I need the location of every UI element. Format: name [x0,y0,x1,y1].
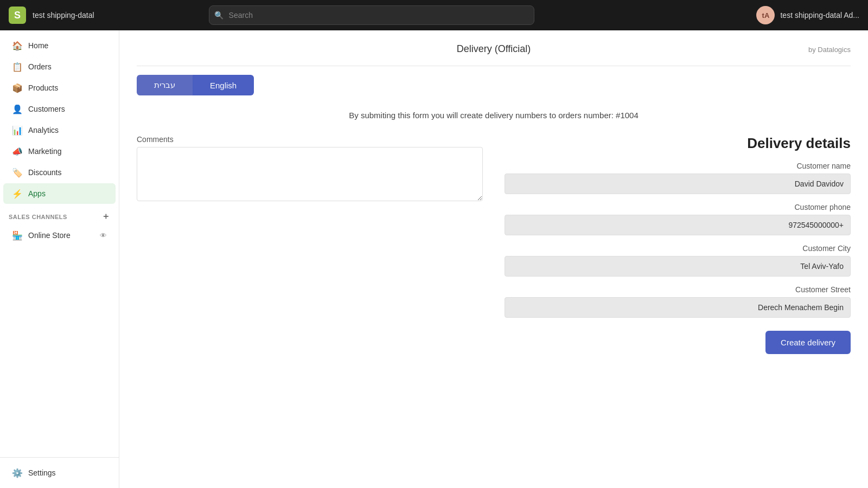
app-by: by Datalogics [808,46,851,54]
settings-icon: ⚙️ [12,467,23,478]
customers-icon: 👤 [12,104,23,114]
sidebar-item-label: Apps [28,189,46,198]
delivery-details-title: Delivery details [505,135,851,152]
app-frame: Delivery (Official) by Datalogics עברית … [119,30,868,488]
search-bar[interactable]: 🔍 [209,5,534,25]
sidebar-item-discounts[interactable]: 🏷️ Discounts [3,162,116,183]
customer-name-input[interactable] [505,174,851,194]
sidebar-item-apps[interactable]: ⚡ Apps [3,183,116,204]
sales-channels-label: SALES CHANNELS [9,214,67,220]
sidebar-item-label: Online Store [28,231,71,240]
apps-icon: ⚡ [12,188,23,199]
sidebar-item-online-store[interactable]: 🏪 Online Store 👁 [3,225,116,246]
store-name: test shipping-datal [33,11,94,20]
search-input[interactable] [209,5,534,25]
search-icon: 🔍 [214,11,224,20]
sidebar-item-label: Discounts [28,168,61,177]
topbar: S test shipping-datal 🔍 tA test shipping… [0,0,868,30]
visibility-icon: 👁 [100,232,107,240]
avatar[interactable]: tA [756,6,775,24]
customer-phone-label: Customer phone [505,203,851,211]
comments-label: Comments [137,135,483,144]
sidebar: 🏠 Home 📋 Orders 📦 Products 👤 Customers 📊… [0,30,119,488]
sidebar-item-settings[interactable]: ⚙️ Settings [3,463,116,483]
english-button[interactable]: English [193,75,254,95]
customer-street-label: Customer Street [505,285,851,294]
form-body: Comments Delivery details Customer name … [137,135,851,354]
comments-panel: Comments [137,135,483,203]
create-delivery-button[interactable]: Create delivery [765,331,851,354]
customer-name-label: Customer name [505,162,851,170]
app-header: Delivery (Official) by Datalogics [137,43,851,55]
sidebar-item-label: Products [28,84,58,92]
account-name: test shipping-datal Ad... [780,11,859,20]
sales-channels-section: SALES CHANNELS ＋ [0,204,119,224]
sidebar-item-customers[interactable]: 👤 Customers [3,99,116,119]
customer-city-label: Customer City [505,244,851,253]
language-buttons: עברית English [137,75,851,95]
divider [137,66,851,66]
sidebar-item-products[interactable]: 📦 Products [3,78,116,98]
sidebar-item-marketing[interactable]: 📣 Marketing [3,141,116,162]
app-title: Delivery (Official) [457,43,531,54]
sidebar-bottom: ⚙️ Settings [0,457,119,488]
delivery-details-panel: Delivery details Customer name Customer … [505,135,851,354]
sidebar-item-label: Marketing [28,147,61,156]
sidebar-item-label: Customers [28,105,65,113]
sidebar-nav: 🏠 Home 📋 Orders 📦 Products 👤 Customers 📊… [0,30,119,457]
comments-textarea[interactable] [137,147,483,201]
customer-street-input[interactable] [505,297,851,318]
customer-phone-input[interactable] [505,215,851,235]
sidebar-item-label: Orders [28,62,52,71]
marketing-icon: 📣 [12,146,23,157]
sidebar-item-home[interactable]: 🏠 Home [3,35,116,56]
topbar-right: tA test shipping-datal Ad... [756,6,859,24]
shopify-logo: S [9,7,26,24]
add-sales-channel-icon[interactable]: ＋ [101,211,111,222]
products-icon: 📦 [12,82,23,93]
hebrew-button[interactable]: עברית [137,75,193,95]
online-store-icon: 🏪 [12,230,23,241]
sidebar-item-label: Home [28,41,48,50]
sidebar-item-analytics[interactable]: 📊 Analytics [3,120,116,140]
analytics-icon: 📊 [12,125,23,136]
home-icon: 🏠 [12,40,23,51]
orders-icon: 📋 [12,61,23,72]
sidebar-item-label: Analytics [28,126,59,134]
main-content: Delivery (Official) by Datalogics עברית … [119,30,868,488]
sidebar-item-orders[interactable]: 📋 Orders [3,56,116,77]
discounts-icon: 🏷️ [12,167,23,178]
form-description: By submiting this form you will create d… [137,111,851,120]
sidebar-item-label: Settings [28,468,56,477]
customer-city-input[interactable] [505,256,851,277]
